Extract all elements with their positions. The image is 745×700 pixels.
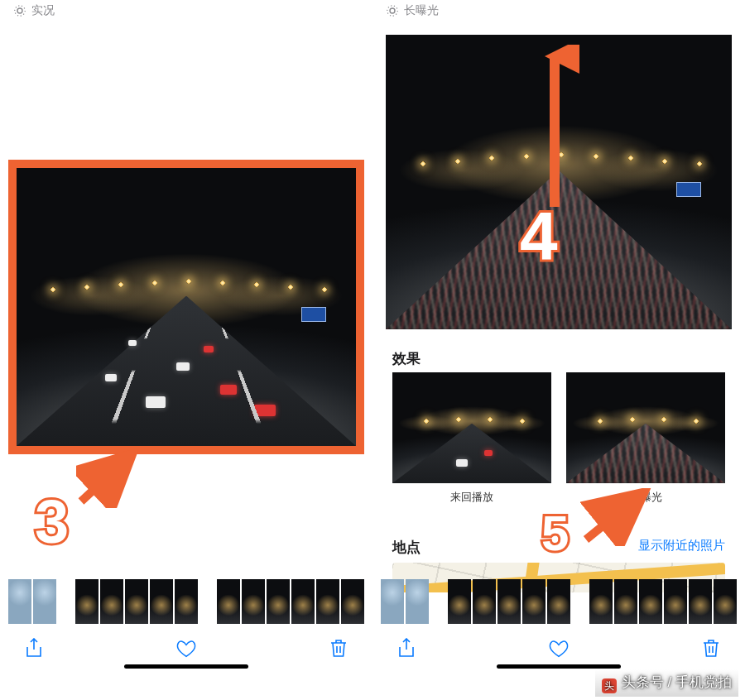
- live-photo-badge: 实况: [13, 3, 55, 18]
- svg-line-4: [81, 458, 127, 501]
- effect-loop[interactable]: 来回播放: [392, 372, 551, 515]
- live-photo-label: 实况: [31, 3, 55, 18]
- share-icon: [397, 638, 416, 659]
- annotation-arrow-5: [579, 488, 654, 546]
- live-photo-badge: 长曝光: [386, 3, 439, 18]
- thumbnail-scrubber[interactable]: [381, 579, 737, 624]
- screenshot-divider: [372, 0, 375, 674]
- effects-row: 来回播放 长曝光: [392, 372, 725, 515]
- svg-point-0: [17, 8, 22, 13]
- watermark-logo-icon: 头: [602, 678, 617, 693]
- bottom-toolbar: [2, 630, 371, 667]
- watermark: 头头条号 / 手机党拍: [595, 669, 738, 698]
- annotation-arrow-3: [76, 450, 142, 508]
- watermark-text: 头条号 / 手机党拍: [622, 674, 732, 690]
- annotation-step-3: 3: [35, 487, 69, 557]
- delete-button[interactable]: [328, 638, 349, 659]
- svg-line-6: [586, 496, 639, 539]
- share-button[interactable]: [396, 638, 417, 659]
- share-button[interactable]: [23, 638, 45, 659]
- svg-point-3: [387, 6, 397, 16]
- place-section-title: 地点: [392, 538, 421, 557]
- delete-button[interactable]: [700, 638, 722, 659]
- trash-icon: [329, 638, 348, 659]
- home-indicator[interactable]: [124, 664, 248, 669]
- home-indicator[interactable]: [497, 664, 621, 669]
- annotation-arrow-4: [530, 45, 579, 210]
- bottom-toolbar: [374, 630, 743, 667]
- heart-icon: [175, 638, 197, 659]
- thumbnail-scrubber[interactable]: [8, 579, 364, 624]
- share-icon: [25, 638, 43, 659]
- heart-icon: [548, 638, 570, 659]
- effect-loop-label: 来回播放: [450, 490, 493, 505]
- favorite-button[interactable]: [548, 638, 570, 659]
- trash-icon: [702, 638, 720, 659]
- favorite-button[interactable]: [175, 638, 197, 659]
- main-photo-highlighted[interactable]: [8, 160, 364, 454]
- live-photo-icon: [13, 4, 26, 17]
- svg-point-1: [15, 6, 25, 16]
- annotation-step-5: 5: [541, 505, 569, 562]
- svg-point-2: [390, 8, 395, 13]
- live-photo-icon: [386, 4, 399, 17]
- live-photo-label: 长曝光: [404, 3, 439, 18]
- effects-section-title: 效果: [392, 349, 421, 368]
- left-screenshot: 实况: [2, 0, 371, 674]
